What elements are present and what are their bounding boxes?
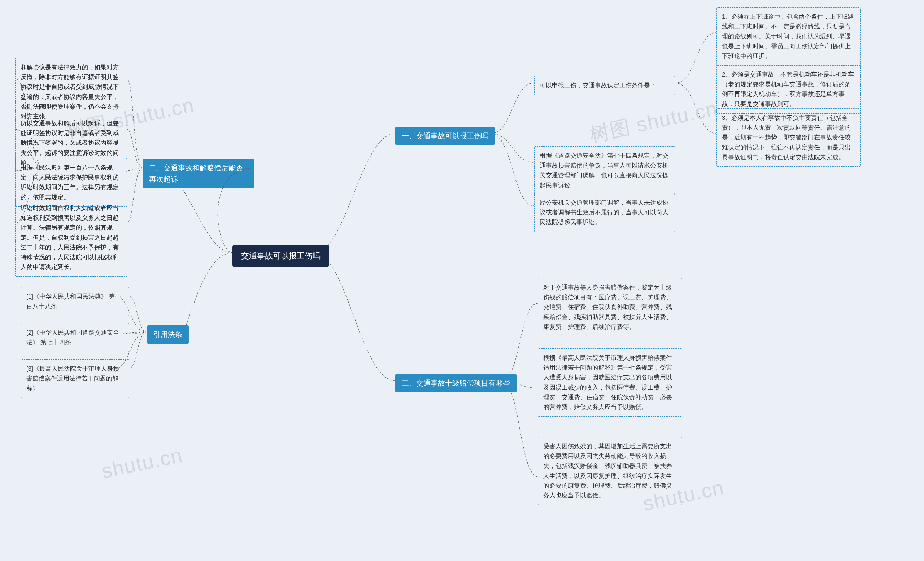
leaf-b1-c1-1: 1、必须在上下班途中。包含两个条件，上下班路线和上下班时间。不一定是必经路线，只… (717, 7, 861, 66)
leaf-b4-c2: [2]《中华人民共和国道路交通安全法》 第七十四条 (21, 323, 129, 352)
leaf-b1-c1-2: 2、必须是交通事故。不管是机动车还是非机动车（老的规定要求是机动车交通事故，修订… (717, 65, 861, 114)
watermark: 树图 shutu.cn (587, 95, 720, 149)
branch-node-3[interactable]: 三、交通事故十级赔偿项目有哪些 (395, 374, 516, 392)
leaf-b1-c1-3: 3、必须是本人在事故中不负主要责任（包括全责），即本人无责、次责或同等责任。需注… (717, 108, 861, 167)
leaf-b1-c3: 经公安机关交通管理部门调解，当事人未达成协议或者调解书生效后不履行的，当事人可以… (534, 193, 675, 232)
leaf-b4-c3: [3]《最高人民法院关于审理人身损害赔偿案件适用法律若干问题的解释》 (21, 359, 129, 398)
center-node[interactable]: 交通事故可以报工伤吗 (232, 245, 329, 267)
leaf-b3-c2: 根据《最高人民法院关于审理人身损害赔偿案件适用法律若干问题的解释》第十七条规定，… (538, 348, 682, 417)
leaf-b3-c3: 受害人因伤致残的，其因增加生活上需要所支出的必要费用以及因丧失劳动能力导致的收入… (538, 437, 682, 505)
watermark: shutu.cn (100, 443, 185, 483)
branch-node-1[interactable]: 一、交通事故可以报工伤吗 (395, 127, 495, 145)
leaf-b2-c4: 诉讼时效期间自权利人知道或者应当知道权利受到损害以及义务人之日起计算。法律另有规… (15, 198, 127, 276)
branch-node-2[interactable]: 二、交通事故和解赔偿后能否再次起诉 (142, 159, 255, 189)
leaf-b1-c1: 可以申报工伤，交通事故认定工伤条件是： (534, 76, 675, 95)
leaf-b3-c1: 对于交通事故等人身损害赔偿案件，鉴定为十级伤残的赔偿项目有：医疗费、误工费、护理… (538, 278, 682, 336)
leaf-b4-c1: [1]《中华人民共和国民法典》 第一百八十八条 (21, 287, 129, 316)
branch-node-4[interactable]: 引用法条 (147, 325, 189, 344)
leaf-b1-c2: 根据《道路交通安全法》第七十四条规定，对交通事故损害赔偿的争议，当事人可以请求公… (534, 146, 675, 195)
